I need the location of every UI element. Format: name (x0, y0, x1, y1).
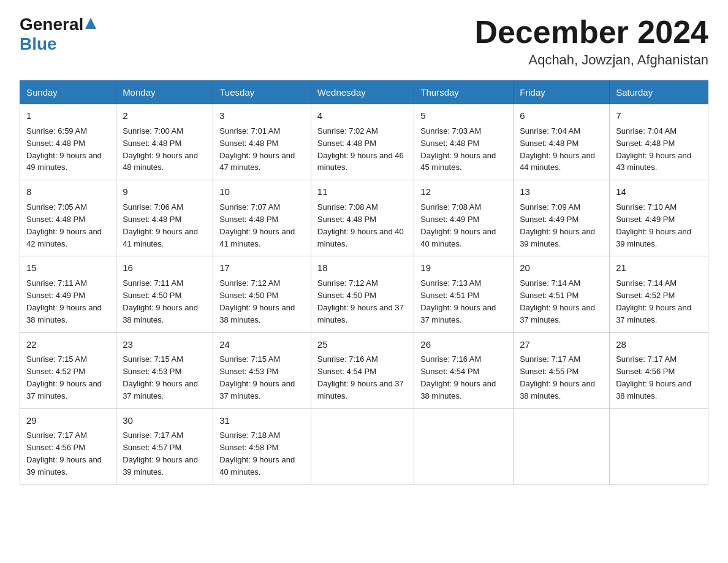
day-number: 16 (123, 261, 207, 275)
header-cell-friday: Friday (514, 81, 610, 104)
calendar-cell: 29Sunrise: 7:17 AMSunset: 4:56 PMDayligh… (20, 408, 116, 484)
header-cell-monday: Monday (116, 81, 213, 104)
day-number: 12 (420, 185, 507, 199)
day-number: 1 (26, 109, 110, 123)
calendar-header: SundayMondayTuesdayWednesdayThursdayFrid… (20, 81, 708, 104)
calendar-subtitle: Aqchah, Jowzjan, Afghanistan (474, 52, 708, 68)
title-block: December 2024 Aqchah, Jowzjan, Afghanist… (474, 15, 708, 68)
calendar-cell: 19Sunrise: 7:13 AMSunset: 4:51 PMDayligh… (414, 256, 514, 332)
day-number: 29 (26, 414, 110, 427)
day-number: 17 (219, 261, 305, 275)
day-number: 31 (219, 414, 305, 427)
day-number: 3 (219, 109, 305, 123)
day-info: Sunrise: 6:59 AMSunset: 4:48 PMDaylight:… (26, 126, 102, 172)
day-number: 13 (520, 185, 603, 199)
day-info: Sunrise: 7:17 AMSunset: 4:56 PMDaylight:… (26, 431, 102, 477)
calendar-cell: 8Sunrise: 7:05 AMSunset: 4:48 PMDaylight… (20, 180, 116, 256)
calendar-cell: 24Sunrise: 7:15 AMSunset: 4:53 PMDayligh… (213, 332, 311, 408)
header-cell-saturday: Saturday (610, 81, 708, 104)
calendar-cell: 10Sunrise: 7:07 AMSunset: 4:48 PMDayligh… (213, 180, 311, 256)
day-number: 23 (123, 338, 207, 351)
header-row: SundayMondayTuesdayWednesdayThursdayFrid… (20, 81, 708, 104)
day-info: Sunrise: 7:15 AMSunset: 4:52 PMDaylight:… (26, 354, 102, 400)
header-cell-sunday: Sunday (20, 81, 116, 104)
day-info: Sunrise: 7:01 AMSunset: 4:48 PMDaylight:… (219, 126, 295, 172)
day-info: Sunrise: 7:04 AMSunset: 4:48 PMDaylight:… (520, 126, 595, 172)
day-number: 4 (317, 109, 408, 123)
header-cell-thursday: Thursday (414, 81, 514, 104)
day-number: 25 (317, 338, 408, 351)
logo: General Blue (20, 15, 96, 54)
day-info: Sunrise: 7:15 AMSunset: 4:53 PMDaylight:… (123, 354, 198, 400)
header-cell-wednesday: Wednesday (311, 81, 414, 104)
calendar-cell: 7Sunrise: 7:04 AMSunset: 4:48 PMDaylight… (610, 104, 708, 180)
day-number: 11 (317, 185, 408, 199)
calendar-cell: 17Sunrise: 7:12 AMSunset: 4:50 PMDayligh… (213, 256, 311, 332)
calendar-cell: 9Sunrise: 7:06 AMSunset: 4:48 PMDaylight… (116, 180, 213, 256)
calendar-body: 1Sunrise: 6:59 AMSunset: 4:48 PMDaylight… (20, 104, 708, 485)
day-info: Sunrise: 7:16 AMSunset: 4:54 PMDaylight:… (420, 354, 496, 400)
day-info: Sunrise: 7:08 AMSunset: 4:48 PMDaylight:… (317, 202, 404, 248)
calendar-cell: 18Sunrise: 7:12 AMSunset: 4:50 PMDayligh… (311, 256, 414, 332)
day-number: 8 (26, 185, 110, 199)
day-info: Sunrise: 7:18 AMSunset: 4:58 PMDaylight:… (219, 431, 295, 477)
calendar-cell: 11Sunrise: 7:08 AMSunset: 4:48 PMDayligh… (311, 180, 414, 256)
logo-general-text: General (20, 15, 83, 34)
calendar-cell: 5Sunrise: 7:03 AMSunset: 4:48 PMDaylight… (414, 104, 514, 180)
day-info: Sunrise: 7:11 AMSunset: 4:49 PMDaylight:… (26, 278, 102, 324)
week-row-4: 22Sunrise: 7:15 AMSunset: 4:52 PMDayligh… (20, 332, 708, 408)
calendar-cell: 4Sunrise: 7:02 AMSunset: 4:48 PMDaylight… (311, 104, 414, 180)
day-number: 24 (219, 338, 305, 351)
day-number: 5 (420, 109, 507, 123)
calendar-cell: 14Sunrise: 7:10 AMSunset: 4:49 PMDayligh… (610, 180, 708, 256)
day-info: Sunrise: 7:15 AMSunset: 4:53 PMDaylight:… (219, 354, 295, 400)
calendar-cell: 30Sunrise: 7:17 AMSunset: 4:57 PMDayligh… (116, 408, 213, 484)
day-info: Sunrise: 7:13 AMSunset: 4:51 PMDaylight:… (420, 278, 496, 324)
day-number: 6 (520, 109, 603, 123)
calendar-cell: 16Sunrise: 7:11 AMSunset: 4:50 PMDayligh… (116, 256, 213, 332)
day-info: Sunrise: 7:12 AMSunset: 4:50 PMDaylight:… (219, 278, 295, 324)
day-info: Sunrise: 7:14 AMSunset: 4:52 PMDaylight:… (616, 278, 691, 324)
calendar-cell (311, 408, 414, 484)
week-row-3: 15Sunrise: 7:11 AMSunset: 4:49 PMDayligh… (20, 256, 708, 332)
calendar-cell: 28Sunrise: 7:17 AMSunset: 4:56 PMDayligh… (610, 332, 708, 408)
day-number: 9 (123, 185, 207, 199)
calendar-cell (610, 408, 708, 484)
calendar-title: December 2024 (474, 15, 708, 50)
calendar-cell: 12Sunrise: 7:08 AMSunset: 4:49 PMDayligh… (414, 180, 514, 256)
logo-blue-text: Blue (20, 34, 57, 53)
calendar-cell: 13Sunrise: 7:09 AMSunset: 4:49 PMDayligh… (514, 180, 610, 256)
day-number: 7 (616, 109, 702, 123)
week-row-2: 8Sunrise: 7:05 AMSunset: 4:48 PMDaylight… (20, 180, 708, 256)
day-info: Sunrise: 7:17 AMSunset: 4:57 PMDaylight:… (123, 431, 198, 477)
day-info: Sunrise: 7:08 AMSunset: 4:49 PMDaylight:… (420, 202, 496, 248)
calendar-cell: 27Sunrise: 7:17 AMSunset: 4:55 PMDayligh… (514, 332, 610, 408)
day-info: Sunrise: 7:03 AMSunset: 4:48 PMDaylight:… (420, 126, 496, 172)
day-number: 10 (219, 185, 305, 199)
day-number: 14 (616, 185, 702, 199)
day-number: 20 (520, 261, 603, 275)
day-number: 28 (616, 338, 702, 351)
calendar-cell: 23Sunrise: 7:15 AMSunset: 4:53 PMDayligh… (116, 332, 213, 408)
calendar-cell (414, 408, 514, 484)
day-number: 2 (123, 109, 207, 123)
day-info: Sunrise: 7:05 AMSunset: 4:48 PMDaylight:… (26, 202, 102, 248)
day-info: Sunrise: 7:00 AMSunset: 4:48 PMDaylight:… (123, 126, 198, 172)
day-info: Sunrise: 7:09 AMSunset: 4:49 PMDaylight:… (520, 202, 595, 248)
day-info: Sunrise: 7:07 AMSunset: 4:48 PMDaylight:… (219, 202, 295, 248)
day-number: 27 (520, 338, 603, 351)
day-info: Sunrise: 7:04 AMSunset: 4:48 PMDaylight:… (616, 126, 691, 172)
calendar-cell: 3Sunrise: 7:01 AMSunset: 4:48 PMDaylight… (213, 104, 311, 180)
svg-marker-0 (85, 18, 96, 29)
day-number: 30 (123, 414, 207, 427)
day-number: 15 (26, 261, 110, 275)
week-row-1: 1Sunrise: 6:59 AMSunset: 4:48 PMDaylight… (20, 104, 708, 180)
calendar-table: SundayMondayTuesdayWednesdayThursdayFrid… (20, 80, 708, 485)
day-number: 22 (26, 338, 110, 351)
day-info: Sunrise: 7:06 AMSunset: 4:48 PMDaylight:… (123, 202, 198, 248)
calendar-cell: 6Sunrise: 7:04 AMSunset: 4:48 PMDaylight… (514, 104, 610, 180)
calendar-cell: 26Sunrise: 7:16 AMSunset: 4:54 PMDayligh… (414, 332, 514, 408)
day-info: Sunrise: 7:12 AMSunset: 4:50 PMDaylight:… (317, 278, 404, 324)
day-info: Sunrise: 7:16 AMSunset: 4:54 PMDaylight:… (317, 354, 404, 400)
day-number: 21 (616, 261, 702, 275)
